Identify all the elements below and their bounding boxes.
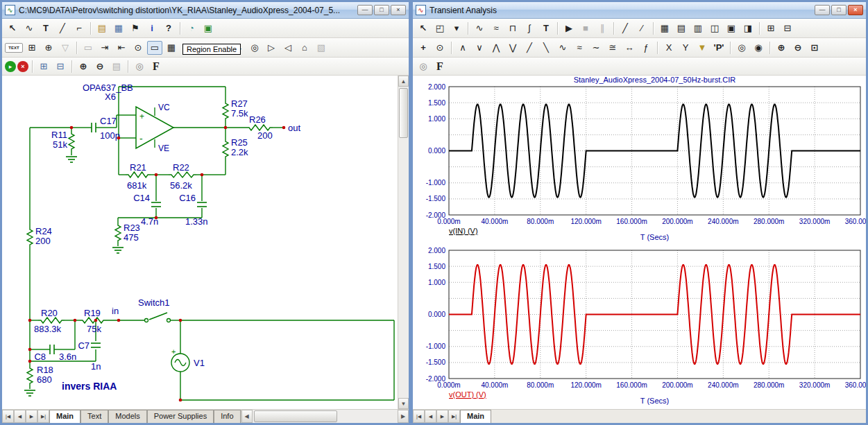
find-icon[interactable]: ◎ [247,41,262,55]
ruler-icon[interactable]: ▥ [690,21,706,35]
integral-icon[interactable]: ∫ [522,21,537,35]
tag-horizontal-icon[interactable]: ◎ [734,41,749,55]
first-page-button[interactable]: |◀ [2,410,14,423]
zoom-in-icon[interactable]: ⊕ [76,60,91,73]
scroll-right-button[interactable]: ▶ [398,410,409,423]
step-right-icon[interactable]: ⇥ [97,41,112,55]
scope-waveform-icon[interactable]: ∿ [472,21,487,35]
line-tool-icon[interactable]: ╱ [618,21,633,35]
schematic-vertical-scrollbar[interactable]: ▲ ▼ [398,76,409,409]
horizontal-panel-icon[interactable]: ▣ [724,21,739,35]
shape-menu-dropdown-icon[interactable]: ▾ [449,21,464,35]
tab-text[interactable]: Text [80,410,108,423]
data-point-cursor-icon[interactable]: ⊙ [432,41,448,55]
first-page-button[interactable]: |◀ [413,410,425,423]
border-icon[interactable]: ▭ [80,41,96,55]
go-to-performance-icon[interactable]: 'P' [711,41,726,55]
gmin-icon[interactable]: ∼ [588,41,604,55]
next-page-button[interactable]: ▶ [26,410,37,423]
text-mode-icon[interactable]: T [538,21,554,35]
stop-icon[interactable]: ■ [578,21,593,35]
graphics-icon[interactable]: ⊞ [24,41,40,55]
image-icon[interactable]: ▤ [109,60,124,73]
cursor-mode-icon[interactable]: + [416,41,431,55]
tag-vertical-icon[interactable]: ◉ [751,41,766,55]
go-to-y-icon[interactable]: Y [678,41,693,55]
animate-icon[interactable]: ◔ [184,21,199,35]
line-mode-icon[interactable]: ╱ [55,21,70,35]
tab-models[interactable]: Models [108,410,146,423]
tokens-icon[interactable]: ▤ [674,21,689,35]
pulse-icon[interactable]: ⊓ [505,21,520,35]
home-icon[interactable]: ⌂ [297,41,312,55]
rise-icon[interactable]: ╱ [522,41,537,55]
next-peak-icon[interactable]: ∧ [455,41,470,55]
slope-icon[interactable]: ∿ [555,41,570,55]
analysis-titlebar[interactable]: ∿ Transient Analysis — □ × [413,2,866,19]
horizontal-scroll-thumb[interactable] [254,410,337,422]
schematic-canvas[interactable]: R1151kC17100pR277.5kR26200R252.2kR21681k… [2,76,398,409]
tab-info[interactable]: Info [214,410,240,423]
component-browser-icon[interactable]: ▦ [111,21,126,35]
f-symbol-icon[interactable]: F [432,60,448,73]
pause-icon[interactable]: ∥ [595,21,610,35]
last-page-button[interactable]: ▶| [37,410,49,423]
shapes-icon[interactable]: ▧ [314,41,329,55]
remove-scale-icon[interactable]: ⊟ [780,21,795,35]
run-icon[interactable]: ▶ [561,21,577,35]
prev-page-button[interactable]: ◀ [425,410,436,423]
fall-icon[interactable]: ╲ [538,41,554,55]
next-valley-icon[interactable]: ∨ [472,41,487,55]
minimize-button[interactable]: — [815,5,830,15]
close-button[interactable]: × [391,5,406,15]
go-to-x-icon[interactable]: X [661,41,676,55]
tab-main[interactable]: Main [49,410,80,423]
pin-connect-icon[interactable]: ⊕ [41,41,56,55]
text-mode-icon[interactable]: T [38,21,53,35]
gmax-icon[interactable]: ≅ [605,41,620,55]
vertical-scroll-track[interactable] [398,87,409,398]
prev-page-button[interactable]: ◀ [14,410,26,423]
scroll-left-button[interactable]: ◀ [241,410,253,423]
vertical-panel-icon[interactable]: ◨ [740,21,756,35]
go-back-icon[interactable]: ◁ [280,41,296,55]
add-scale-icon[interactable]: ⊞ [763,21,778,35]
wire-mode-icon[interactable]: ∿ [22,21,37,35]
plus-minus-panel-icon[interactable]: ◫ [707,21,722,35]
scroll-down-button[interactable]: ▼ [398,398,409,409]
help-ring-icon[interactable]: ◎ [416,60,431,73]
charts-canvas[interactable]: 0.000m40.000m80.000m120.000m160.000m200.… [413,76,866,409]
minimize-button[interactable]: — [357,5,373,15]
region-enable-icon[interactable]: ▭ [147,41,162,55]
slideshow-icon[interactable]: ▣ [201,21,216,35]
run-analysis-icon[interactable]: ▸ [5,61,16,72]
zoom-out-icon[interactable]: ⊖ [92,60,108,73]
copy-window-icon[interactable]: ⊞ [36,60,51,73]
scroll-up-button[interactable]: ▲ [398,76,409,87]
period-icon[interactable]: ↔ [622,41,637,55]
ortho-wire-icon[interactable]: ⌐ [71,21,87,35]
smoothing-icon[interactable]: ≈ [488,21,504,35]
select-arrow-icon[interactable]: ↖ [416,21,431,35]
last-page-button[interactable]: ▶| [448,410,460,423]
help-ring-icon[interactable]: ◎ [132,60,147,73]
restore-button[interactable]: □ [831,5,846,15]
flag-icon[interactable]: ⚑ [128,21,143,35]
info-box-icon[interactable]: ▤ [94,21,110,35]
schematic-horizontal-scrollbar[interactable]: ◀ ▶ [241,410,409,423]
select-arrow-icon[interactable]: ↖ [5,21,20,35]
data-points-icon[interactable]: ▦ [657,21,672,35]
stop-analysis-icon[interactable]: × [17,61,28,72]
node-numbers-icon[interactable]: ⊙ [130,41,146,55]
frequency-icon[interactable]: ƒ [638,41,654,55]
close-button[interactable]: × [848,5,863,15]
help-mode-icon[interactable]: ? [161,21,176,35]
copy-picture-icon[interactable]: ⊟ [53,60,68,73]
zoom-fit-icon[interactable]: ⊡ [807,41,822,55]
cursor-tool-icon[interactable]: ∕ [634,21,649,35]
info-mode-icon[interactable]: i [144,21,160,35]
shape-select-icon[interactable]: ◰ [432,21,448,35]
node-voltages-icon[interactable]: ▽ [58,41,73,55]
horizontal-scroll-track[interactable] [253,410,398,423]
tab-power-supplies[interactable]: Power Supplies [147,410,214,423]
